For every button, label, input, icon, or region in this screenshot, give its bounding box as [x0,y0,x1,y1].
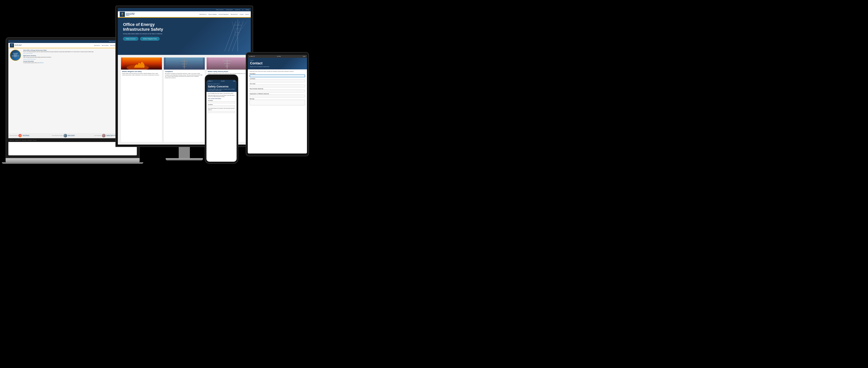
monitor-nav-items: What We Do ▾ News & Updates Events & Mee… [199,13,249,15]
monitor-nav-contact[interactable]: Contact [240,14,244,15]
monitor-card-wildfire: Wildfire Mitigation and Safety Energy Sa… [121,58,162,142]
monitor-card-fire-image [121,58,162,70]
monitor-hero-bg-lines [198,18,251,55]
laptop-logo-icon [10,43,14,47]
phone-status-bar: •••• BELL ☰ 4:21 PM 100% [207,80,237,82]
laptop-territories-body: Office of Energy Infrastructure Safety r… [23,57,119,58]
tablet-org-input[interactable] [250,95,305,97]
monitor-nav-news[interactable]: News & Updates [209,14,217,15]
monitor-hero-desc: Driving utility-related wildfire risk re… [123,33,179,34]
monitor-card-compliance: Compliance We maintain compliance throug… [164,58,205,142]
laptop-governor-role: Governor, State of California [9,135,18,136]
phone-website: •••• BELL ☰ 4:21 PM 100% What We Do > Sa… [207,80,237,162]
laptop-nav-news[interactable]: News & Updates [102,45,108,46]
laptop-footer-conditions[interactable]: Conditions of Use [15,140,21,141]
tablet-phone-input[interactable] [250,90,305,92]
tablet-carrier: •••• BELL ☰ [249,56,255,57]
tablet-first-name-input[interactable] [250,75,305,77]
tablet-last-name-input[interactable] [250,80,305,82]
phone-first-name-label: First Name: [208,100,235,101]
laptop-director-photo [102,134,105,137]
phone-business-note: If the complaint pertains to your busine… [208,108,235,111]
laptop-logo-text: About Office of Energy Infrastructure Sa… [15,45,22,46]
monitor-hero-title: Office of EnergyInfrastructure Safety [123,22,190,32]
phone-breadcrumb: What We Do > Safety Concerns [208,83,235,85]
phone-last-name-label: Last Name: [208,104,235,105]
tablet-breadcrumb: Contact [250,60,305,61]
monitor-card-wildfire-text: Energy Safety assesses electrical corpor… [121,73,162,77]
laptop-footer-privacy[interactable]: Privacy Policy [22,140,26,141]
monitor-util-efiling[interactable]: e-Filing System [226,9,233,10]
monitor-util-contact[interactable]: Contact Us [235,9,240,10]
laptop-contact-link[interactable]: online form. [39,62,44,63]
gear-icon[interactable]: ⚙ [242,9,243,10]
laptop-staff-governor: Governor, State of California CAALL Gavi… [9,134,51,137]
monitor-card-wildfire-title: Wildfire Mitigation and Safety [121,70,162,73]
tablet-page-subtitle: Reach out to us using the contact form. [250,66,305,67]
laptop-contact-title: Contact Information [23,61,119,62]
monitor-card-compliance-text: We maintain compliance through field ins… [164,73,205,80]
phone-outer: •••• BELL ☰ 4:21 PM 100% What We Do > Sa… [205,74,238,164]
laptop-footer-backtop[interactable]: Back to Top [10,140,14,141]
phone-immediate-threat: For an immediate threat to life, propert… [208,93,235,94]
tablet-form-note: Please fill out the contact form below. … [250,71,305,72]
laptop-governor-link[interactable]: Visit Governor's Website [23,136,30,137]
phone-business-input[interactable] [208,111,235,113]
monitor-nav-events[interactable]: Events & Meetings ▾ [219,13,229,15]
laptop-territories-title: Eight Service Territories [23,55,119,56]
monitor-logo-label: OFFICE OF ENERGY INFRASTRUCTURE SAFETY [126,13,135,16]
monitor-wildfire-btn[interactable]: Wildfire Mitigation Plans [140,37,160,40]
laptop-logo[interactable]: About Office of Energy Infrastructure Sa… [10,43,22,47]
phone-first-name-input[interactable] [208,101,235,103]
laptop-top-link-safety[interactable]: Safety Concerns [109,41,116,42]
tablet-form-area: Please fill out the contact form below. … [248,69,307,149]
tablet-website: •••• BELL ☰ 4:21 PM 100% Contact Contact… [248,55,307,154]
tablet-header: Contact Contact Reach out to us using th… [248,58,307,69]
laptop-secretary-role: Secretary, Natural Resources Agency [52,135,63,136]
monitor-nav-whatwedo[interactable]: What We Do ▾ [199,13,207,15]
laptop-about-area: CALIFORNIAOFFICE OFENERGYINFRASTRUCTURES… [10,50,119,132]
phone-carrier: •••• BELL ☰ [208,80,212,82]
tablet-status-bar: •••• BELL ☰ 4:21 PM 100% [248,55,307,58]
laptop-about-readmore[interactable]: Read more about the Office » [23,53,119,54]
laptop-staff-secretary: Secretary, Natural Resources Agency Wade… [52,134,93,137]
tablet-phone-label: Phone Number (Optional) [250,88,305,89]
laptop-territories-link[interactable]: Read more information about regions » [23,59,119,60]
laptop-ca-seal-text: CALIFORNIAOFFICE OFENERGYINFRASTRUCTURES… [12,53,19,58]
monitor-util-safety[interactable]: Safety Concerns [216,9,223,10]
phone-contact-section-title: Your contact information [208,98,235,99]
monitor-logo[interactable]: OFFICE OF ENERGY INFRASTRUCTURE SAFETY [120,12,135,17]
tablet-org-label: Organization or Affiliation (Optional) [250,93,305,94]
phone-body: For an immediate threat to life, propert… [207,92,237,114]
monitor-card-tower-image [164,58,205,70]
svg-line-17 [225,22,236,51]
laptop-footer-accessibility[interactable]: Accessibility [28,140,32,141]
laptop-nav-whatwedo[interactable]: What We Do ▾ [94,45,100,46]
laptop-contact-body: For general inquiries, please contact us… [23,62,119,63]
tablet-outer: •••• BELL ☰ 4:21 PM 100% Contact Contact… [246,52,309,156]
tablet-last-name-label: Last Name [250,78,305,79]
laptop-secretary-photo [63,134,67,137]
phone-header: What We Do > Safety Concerns Safety Conc… [207,82,237,92]
tablet-email-input[interactable] [250,85,305,87]
monitor-nav-search[interactable]: Search [245,14,249,15]
tablet-device: •••• BELL ☰ 4:21 PM 100% Contact Contact… [246,52,309,178]
phone-page-title: Safety Concerns [208,85,235,88]
tablet-time: 4:21 PM [277,56,281,57]
monitor-top-util-bar: Safety Concerns e-Filing System Contact … [118,8,251,11]
phone-last-name-input[interactable] [208,105,235,107]
phone-time: 4:21 PM [221,80,224,82]
laptop-footer-links: Back to Top Conditions of Use Privacy Po… [10,140,36,141]
tablet-message-input[interactable] [250,100,305,105]
monitor-safety-btn[interactable]: Safety Concerns [123,37,138,40]
tablet-screen: •••• BELL ☰ 4:21 PM 100% Contact Contact… [248,55,307,154]
monitor-nav-whoweare[interactable]: Who We Are ▾ [230,13,238,15]
laptop-secretary-link[interactable]: Visit Secretary's Page [68,136,75,137]
monitor-card-tower2-image [207,58,248,70]
laptop-footer-documents[interactable]: Documents [33,140,36,141]
phone-battery: 100% [233,80,236,82]
tablet-message-label: Message [250,98,305,99]
monitor-util-settings[interactable]: Settings [246,9,249,10]
tablet-page-title: Contact [250,61,305,66]
monitor-card-compliance-title: Compliance [164,70,205,73]
